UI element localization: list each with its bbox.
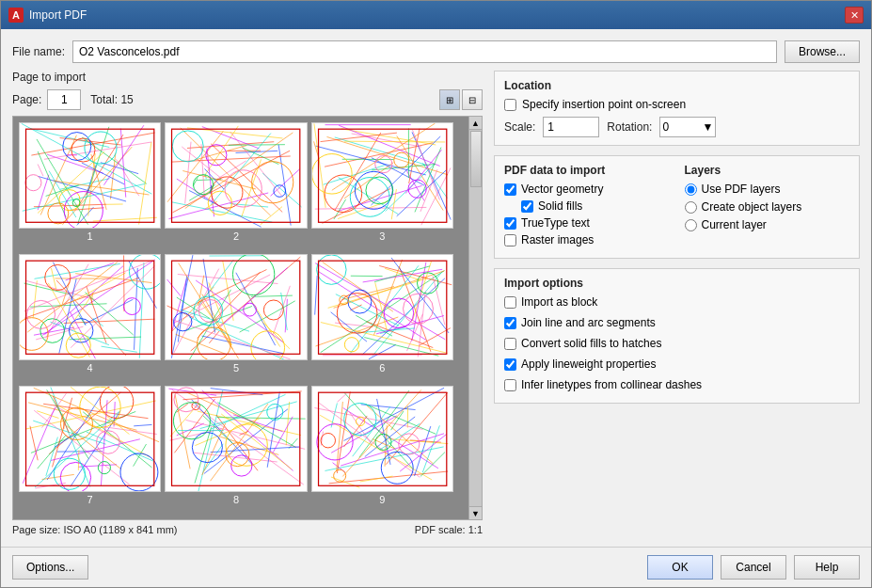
thumbnail-cell-6[interactable]: 6 xyxy=(311,254,453,382)
main-content: Page to import Page: Total: 15 ⊞ ⊟ 123 xyxy=(12,71,860,535)
import-as-block-row: Import as block xyxy=(504,295,849,309)
current-layer-radio[interactable] xyxy=(685,219,697,231)
import-as-block-checkbox[interactable] xyxy=(504,296,516,309)
close-button[interactable]: ✕ xyxy=(845,7,864,24)
title-bar-left: A Import PDF xyxy=(8,8,87,23)
pdf-scale-label: PDF scale: 1:1 xyxy=(415,524,483,535)
thumbnail-number: 2 xyxy=(233,230,239,242)
current-layer-row: Current layer xyxy=(685,218,850,231)
vector-geometry-label: Vector geometry xyxy=(521,183,603,196)
thumbnail-cell-1[interactable]: 1 xyxy=(19,122,161,250)
footer-right: OK Cancel Help xyxy=(647,555,860,580)
thumbnail-cell-9[interactable]: 9 xyxy=(311,386,453,514)
rotation-value: 0 xyxy=(662,120,669,134)
page-label: Page: xyxy=(12,93,41,106)
solid-fills-row: Solid fills xyxy=(504,199,670,213)
scroll-up[interactable]: ▲ xyxy=(469,117,482,130)
list-view-button[interactable]: ⊟ xyxy=(462,89,483,110)
thumbnail-number: 7 xyxy=(87,494,93,505)
file-name-label: File name: xyxy=(12,45,65,58)
rotation-dropdown[interactable]: 0 ▼ xyxy=(659,117,716,137)
convert-solid-fills-row: Convert solid fills to hatches xyxy=(504,337,849,350)
specify-insertion-label: Specify insertion point on-screen xyxy=(522,98,686,111)
thumbnail-cell-2[interactable]: 2 xyxy=(165,122,307,250)
thumbnail-number: 3 xyxy=(379,230,385,242)
convert-solid-fills-label: Convert solid fills to hatches xyxy=(521,337,661,350)
import-pdf-dialog: A Import PDF ✕ File name: Browse... Page… xyxy=(0,0,872,588)
page-size-label: Page size: ISO A0 (1189 x 841 mm) xyxy=(12,524,177,535)
vector-geometry-checkbox[interactable] xyxy=(504,183,516,196)
convert-solid-fills-checkbox[interactable] xyxy=(504,338,516,350)
infer-linetypes-label: Infer linetypes from collinear dashes xyxy=(521,378,702,391)
truetype-checkbox[interactable] xyxy=(504,217,516,230)
truetype-label: TrueType text xyxy=(521,216,590,230)
raster-images-checkbox[interactable] xyxy=(504,234,516,246)
total-label: Total: 15 xyxy=(90,93,133,106)
use-pdf-layers-radio[interactable] xyxy=(685,183,697,196)
create-object-layers-radio[interactable] xyxy=(685,201,697,214)
scale-input[interactable] xyxy=(543,117,599,137)
cancel-button[interactable]: Cancel xyxy=(721,555,786,580)
location-title: Location xyxy=(504,79,849,92)
thumbnail-cell-7[interactable]: 7 xyxy=(19,386,161,514)
scale-label: Scale: xyxy=(504,120,535,134)
join-line-arc-checkbox[interactable] xyxy=(504,317,516,329)
solid-fills-checkbox[interactable] xyxy=(521,200,533,213)
help-button[interactable]: Help xyxy=(794,555,860,580)
right-panel: Location Specify insertion point on-scre… xyxy=(494,71,860,535)
thumbnail-cell-3[interactable]: 3 xyxy=(311,122,453,250)
thumbnail-cell-4[interactable]: 4 xyxy=(19,254,161,382)
specify-insertion-row: Specify insertion point on-screen xyxy=(504,98,849,111)
file-name-row: File name: Browse... xyxy=(12,40,860,63)
page-controls: Page: Total: 15 ⊞ ⊟ xyxy=(12,89,483,110)
location-section: Location Specify insertion point on-scre… xyxy=(494,71,860,146)
infer-linetypes-checkbox[interactable] xyxy=(504,379,516,391)
rotation-label: Rotation: xyxy=(607,120,652,134)
page-number-input[interactable] xyxy=(47,89,81,110)
thumbnail-number: 6 xyxy=(379,362,385,373)
view-toggle: ⊞ ⊟ xyxy=(439,89,483,110)
app-icon: A xyxy=(8,8,24,23)
thumbnail-number: 1 xyxy=(87,230,93,242)
page-size-bar: Page size: ISO A0 (1189 x 841 mm) PDF sc… xyxy=(12,520,483,535)
apply-lineweight-checkbox[interactable] xyxy=(504,358,516,371)
scrollbar[interactable]: ▲ ▼ xyxy=(468,117,482,519)
specify-insertion-checkbox[interactable] xyxy=(504,99,516,111)
layers-section: Layers Use PDF layers Create object laye… xyxy=(685,164,850,250)
svg-rect-0 xyxy=(20,123,160,228)
solid-fills-label: Solid fills xyxy=(538,199,582,213)
options-button[interactable]: Options... xyxy=(12,555,88,580)
pdf-data-section: PDF data to import Vector geometry Solid… xyxy=(504,164,670,250)
svg-rect-350 xyxy=(166,387,307,491)
join-line-arc-label: Join line and arc segments xyxy=(521,316,656,329)
thumbnail-number: 9 xyxy=(379,494,385,505)
dropdown-arrow-icon: ▼ xyxy=(703,120,714,134)
thumbnail-number: 5 xyxy=(233,362,239,373)
pdf-data-title: PDF data to import xyxy=(504,164,670,177)
title-bar: A Import PDF ✕ xyxy=(1,1,871,29)
scrollbar-thumb[interactable] xyxy=(470,131,482,187)
thumbnail-cell-5[interactable]: 5 xyxy=(165,254,307,382)
thumbnail-area: 123456789 ▲ ▼ xyxy=(12,116,483,520)
ok-button[interactable]: OK xyxy=(647,555,713,580)
scrollbar-track-bg xyxy=(469,188,482,506)
file-name-input[interactable] xyxy=(72,40,777,63)
current-layer-label: Current layer xyxy=(702,218,767,231)
pdf-layers-row: PDF data to import Vector geometry Solid… xyxy=(504,164,849,250)
left-panel: Page to import Page: Total: 15 ⊞ ⊟ 123 xyxy=(12,71,483,535)
grid-view-button[interactable]: ⊞ xyxy=(439,89,460,110)
pdf-layers-section: PDF data to import Vector geometry Solid… xyxy=(494,155,860,259)
infer-linetypes-row: Infer linetypes from collinear dashes xyxy=(504,378,849,391)
vector-geometry-row: Vector geometry xyxy=(504,183,670,196)
thumbnail-cell-8[interactable]: 8 xyxy=(165,386,307,514)
thumbnail-grid: 123456789 xyxy=(13,117,468,519)
import-options-title: Import options xyxy=(504,277,849,290)
use-pdf-layers-label: Use PDF layers xyxy=(702,183,781,196)
scroll-down[interactable]: ▼ xyxy=(469,506,482,519)
thumbnail-number: 4 xyxy=(87,362,93,373)
footer-bar: Options... OK Cancel Help xyxy=(1,547,871,587)
import-as-block-label: Import as block xyxy=(521,295,597,309)
create-object-layers-label: Create object layers xyxy=(702,200,802,214)
browse-button[interactable]: Browse... xyxy=(785,40,860,63)
join-line-arc-row: Join line and arc segments xyxy=(504,316,849,329)
